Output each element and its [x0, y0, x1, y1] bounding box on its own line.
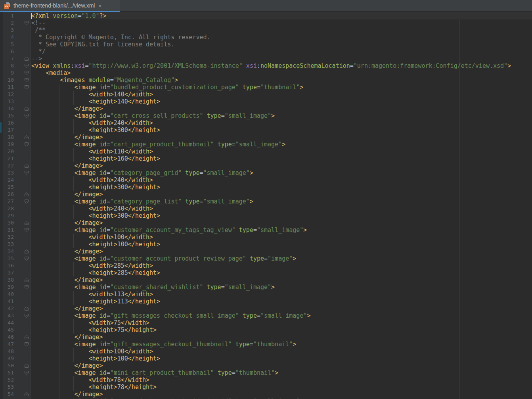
code-line[interactable]: 26 </image> — [0, 191, 532, 198]
code-line[interactable]: 21 <height>160</height> — [0, 155, 532, 162]
fold-marker-icon[interactable] — [24, 106, 29, 111]
fold-marker-icon[interactable] — [24, 192, 29, 197]
fold-slot — [14, 12, 31, 19]
fold-marker-icon[interactable] — [24, 56, 29, 61]
fold-marker-icon[interactable] — [24, 392, 29, 397]
code-line[interactable]: 13 <height>140</height> — [0, 98, 532, 105]
code-line[interactable]: 36 <width>285</width> — [0, 262, 532, 269]
fold-marker-icon[interactable] — [24, 221, 29, 225]
fold-marker-icon[interactable] — [24, 171, 29, 175]
fold-marker-icon[interactable] — [24, 363, 29, 368]
code-line[interactable]: 1<?xml version="1.0"?> — [0, 12, 532, 19]
code-line[interactable]: 17 <height>300</height> — [0, 127, 532, 134]
fold-marker-icon[interactable] — [24, 63, 29, 68]
fold-slot — [14, 362, 31, 369]
code-line[interactable]: 29 <height>300</height> — [0, 212, 532, 219]
fold-marker-icon[interactable] — [24, 228, 29, 232]
code-line[interactable]: 7--> — [0, 55, 532, 62]
editor-tab[interactable]: <> theme-frontend-blank/.../view.xml × — [0, 0, 120, 11]
code-line[interactable]: 34 </image> — [0, 248, 532, 255]
fold-marker-icon[interactable] — [24, 21, 29, 25]
code-line[interactable]: 45 <height>75</height> — [0, 326, 532, 334]
fold-marker-icon[interactable] — [24, 249, 29, 254]
code-line[interactable]: 28 <width>240</width> — [0, 205, 532, 212]
code-line[interactable]: 9 <media> — [0, 69, 532, 77]
fold-slot — [14, 134, 31, 141]
code-line[interactable]: 50 </image> — [0, 362, 532, 369]
fold-slot — [14, 369, 31, 376]
text-caret — [31, 13, 32, 19]
fold-marker-icon[interactable] — [24, 335, 29, 340]
fold-slot — [14, 376, 31, 384]
fold-marker-icon[interactable] — [24, 78, 29, 82]
code-line[interactable]: 48 <width>100</width> — [0, 348, 532, 355]
code-line[interactable]: 19 <image id="cart_page_product_thumbnai… — [0, 141, 532, 148]
fold-marker-icon[interactable] — [24, 135, 29, 140]
code-line[interactable]: 31 <image id="customer_account_my_tags_t… — [0, 226, 532, 234]
code-line[interactable]: 33 <height>100</height> — [0, 241, 532, 248]
code-line[interactable]: 20 <width>110</width> — [0, 148, 532, 155]
fold-marker-icon[interactable] — [24, 256, 29, 261]
code-line[interactable]: 46 </image> — [0, 334, 532, 341]
code-line[interactable]: 35 <image id="customer_account_product_r… — [0, 255, 532, 262]
code-line[interactable]: 4 * Copyright © Magento, Inc. All rights… — [0, 34, 532, 41]
fold-slot — [14, 84, 31, 91]
fold-marker-icon[interactable] — [24, 370, 29, 375]
fold-marker-icon[interactable] — [24, 278, 29, 282]
fold-marker-icon[interactable] — [24, 313, 29, 318]
code-line[interactable]: 16 <width>240</width> — [0, 119, 532, 127]
tab-close-icon[interactable]: × — [98, 3, 101, 9]
code-line[interactable]: 6 */ — [0, 48, 532, 55]
code-line[interactable]: 2<!-- — [0, 19, 532, 27]
fold-marker-icon[interactable] — [24, 71, 29, 75]
code-line[interactable]: 10 <images module="Magento_Catalog"> — [0, 77, 532, 84]
fold-slot — [14, 112, 31, 119]
fold-marker-icon[interactable] — [24, 163, 29, 168]
code-line[interactable]: 43 <image id="gift_messages_checkout_sma… — [0, 312, 532, 319]
code-line[interactable]: 14 </image> — [0, 105, 532, 112]
code-line[interactable]: 54 </image> — [0, 391, 532, 398]
fold-slot — [14, 27, 31, 34]
code-line[interactable]: 40 <width>113</width> — [0, 291, 532, 298]
fold-marker-icon[interactable] — [24, 199, 29, 204]
code-line[interactable]: 38 </image> — [0, 276, 532, 284]
code-line[interactable]: 3 /** — [0, 27, 532, 34]
left-stripe-thumb[interactable] — [0, 122, 2, 133]
code-line[interactable]: 27 <image id="category_page_list" type="… — [0, 198, 532, 205]
code-line[interactable]: 53 <height>78</height> — [0, 384, 532, 391]
code-line[interactable]: 8<view xmlns:xsi="http://www.w3.org/2001… — [0, 62, 532, 69]
fold-slot — [14, 284, 31, 291]
code-line[interactable]: 15 <image id="cart_cross_sell_products" … — [0, 112, 532, 119]
code-line[interactable]: 52 <width>78</width> — [0, 376, 532, 384]
code-editor[interactable]: 1<?xml version="1.0"?>2<!--3 /**4 * Copy… — [0, 12, 532, 399]
code-line[interactable]: 18 </image> — [0, 134, 532, 141]
code-line[interactable]: 39 <image id="customer_shared_wishlist" … — [0, 284, 532, 291]
code-line[interactable]: 12 <width>140</width> — [0, 91, 532, 98]
code-line[interactable]: 22 </image> — [0, 162, 532, 169]
fold-slot — [14, 105, 31, 112]
fold-slot — [14, 391, 31, 398]
code-line[interactable]: 24 <width>240</width> — [0, 176, 532, 184]
code-line[interactable]: 44 <width>75</width> — [0, 319, 532, 326]
fold-marker-icon[interactable] — [24, 285, 29, 290]
fold-slot — [14, 91, 31, 98]
code-line[interactable]: 51 <image id="mini_cart_product_thumbnai… — [0, 369, 532, 376]
code-line[interactable]: 32 <width>100</width> — [0, 234, 532, 241]
fold-slot — [14, 205, 31, 212]
fold-marker-icon[interactable] — [24, 85, 29, 90]
fold-marker-icon[interactable] — [24, 306, 29, 311]
fold-marker-icon[interactable] — [24, 342, 29, 347]
code-line[interactable]: 25 <height>300</height> — [0, 184, 532, 191]
fold-marker-icon[interactable] — [24, 142, 29, 147]
code-line[interactable]: 23 <image id="category_page_grid" type="… — [0, 169, 532, 176]
code-line[interactable]: 41 <height>113</height> — [0, 298, 532, 305]
code-line[interactable]: 30 </image> — [0, 219, 532, 226]
code-line[interactable]: 42 </image> — [0, 305, 532, 312]
fold-slot — [14, 348, 31, 355]
code-line[interactable]: 47 <image id="gift_messages_checkout_thu… — [0, 341, 532, 348]
code-line[interactable]: 5 * See COPYING.txt for license details. — [0, 41, 532, 48]
fold-marker-icon[interactable] — [24, 113, 29, 118]
code-line[interactable]: 49 <height>100</height> — [0, 355, 532, 362]
code-line[interactable]: 37 <height>285</height> — [0, 269, 532, 276]
code-line[interactable]: 11 <image id="bundled_product_customizat… — [0, 84, 532, 91]
